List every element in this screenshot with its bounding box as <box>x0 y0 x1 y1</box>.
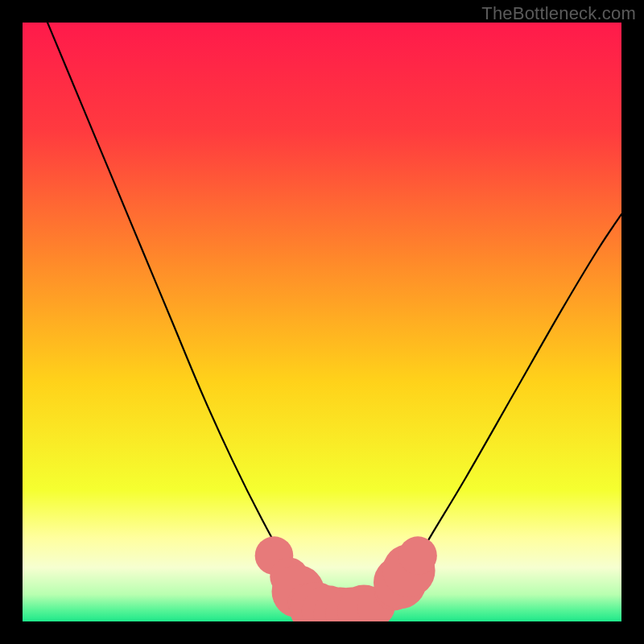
gradient-background <box>23 23 621 621</box>
chart-frame: TheBottleneck.com <box>0 0 644 644</box>
data-marker <box>398 536 437 575</box>
bottleneck-chart <box>23 23 621 621</box>
attribution-label: TheBottleneck.com <box>481 3 636 24</box>
